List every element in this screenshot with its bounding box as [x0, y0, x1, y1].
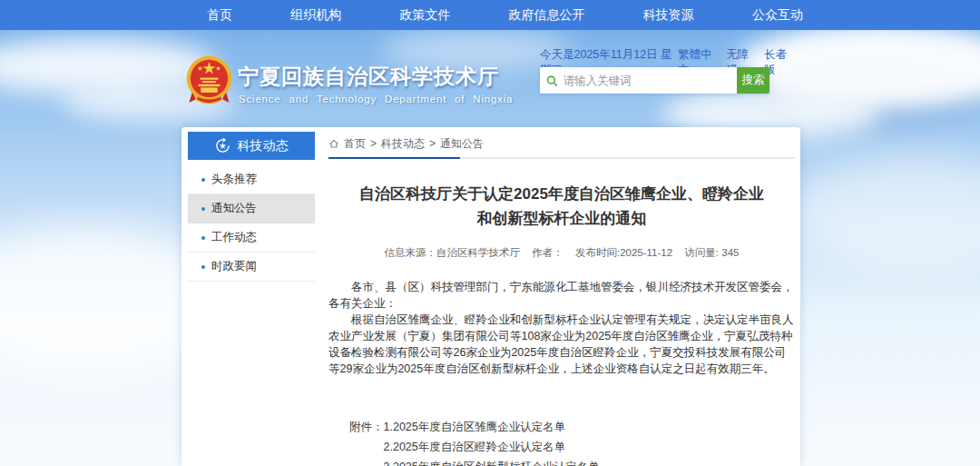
- breadcrumb-home[interactable]: 首页: [344, 136, 366, 152]
- nav-item-policy-documents[interactable]: 政策文件: [399, 7, 450, 24]
- nav-item-public-interaction[interactable]: 公众互动: [752, 7, 803, 24]
- search-button[interactable]: 搜索: [737, 67, 769, 94]
- cloud-decoration: [789, 154, 980, 273]
- meta-view-count: 访问量: 345: [684, 247, 739, 258]
- attachments-label: 附件：: [349, 417, 384, 466]
- national-emblem-icon: [184, 53, 234, 111]
- top-navigation-bar: 首页 组织机构 政策文件 政府信息公开 科技资源 公众互动: [0, 0, 980, 30]
- article-column: 首页 > 科技动态 > 通知公告 自治区科技厅关于认定2025年度自治区雏鹰企业…: [328, 133, 795, 466]
- nav-item-gov-info-disclosure[interactable]: 政府信息公开: [509, 7, 585, 24]
- sidebar-item-current-politics[interactable]: 时政要闻: [188, 253, 315, 282]
- sidebar-item-notices[interactable]: 通知公告: [188, 194, 315, 223]
- breadcrumb-separator: >: [429, 137, 436, 150]
- breadcrumb-divider: [328, 157, 795, 159]
- attachment-link-eagle-list[interactable]: 1.2025年度自治区雏鹰企业认定名单: [384, 417, 600, 437]
- bullet-dot-icon: [201, 178, 205, 182]
- sidebar-item-label: 时政要闻: [211, 259, 257, 274]
- search-bar: 搜索: [540, 67, 769, 94]
- article-paragraph: 各市、县（区）科技管理部门，宁东能源化工基地管委会，银川经济技术开发区管委会，各…: [328, 279, 795, 312]
- nav-item-home[interactable]: 首页: [207, 7, 232, 24]
- sidebar-title: 科技动态: [238, 138, 289, 154]
- search-input[interactable]: [564, 74, 730, 87]
- sidebar-item-label: 工作动态: [211, 230, 257, 245]
- nav-item-tech-resources[interactable]: 科技资源: [643, 7, 694, 24]
- sidebar-header: 科技动态: [188, 132, 315, 160]
- attachments-block: 附件： 1.2025年度自治区雏鹰企业认定名单 2.2025年度自治区瞪羚企业认…: [349, 417, 795, 466]
- bullet-dot-icon: [201, 207, 205, 211]
- sidebar-item-work-dynamics[interactable]: 工作动态: [188, 223, 315, 253]
- breadcrumb-separator: >: [370, 137, 377, 150]
- sidebar-item-label: 通知公告: [211, 201, 257, 216]
- meta-publish-date: 发布时间:2025-11-12: [575, 247, 672, 258]
- bullet-dot-icon: [201, 265, 205, 269]
- meta-source: 信息来源：自治区科学技术厅: [385, 247, 521, 258]
- site-title: 宁夏回族自治区科学技术厅: [238, 63, 499, 91]
- content-panel: 科技动态 头条推荐 通知公告 工作动态 时政要闻: [181, 127, 800, 466]
- article-paragraph: 根据自治区雏鹰企业、瞪羚企业和创新型标杆企业认定管理有关规定，决定认定半亩良人农…: [328, 312, 795, 377]
- sidebar-item-label: 头条推荐: [211, 172, 257, 187]
- article-title: 自治区科技厅关于认定2025年度自治区雏鹰企业、瞪羚企业 和创新型标杆企业的通知: [328, 182, 795, 231]
- breadcrumb: 首页 > 科技动态 > 通知公告: [328, 133, 795, 154]
- sidebar-item-headline-recommend[interactable]: 头条推荐: [188, 165, 315, 194]
- site-subtitle: Science and Technology Department of Nin…: [239, 94, 513, 104]
- article-meta: 信息来源：自治区科学技术厅 作者： 发布时间:2025-11-12 访问量: 3…: [328, 246, 795, 260]
- meta-author: 作者：: [532, 247, 564, 258]
- nav-item-organization[interactable]: 组织机构: [290, 7, 341, 24]
- sidebar-menu: 头条推荐 通知公告 工作动态 时政要闻: [188, 160, 315, 282]
- attachment-link-benchmark-list[interactable]: 3.2025年度自治区创新型标杆企业认定名单: [384, 457, 600, 466]
- attachment-link-gazelle-list[interactable]: 2.2025年度自治区瞪羚企业认定名单: [384, 437, 600, 457]
- home-icon: [328, 138, 339, 149]
- sidebar: 科技动态 头条推荐 通知公告 工作动态 时政要闻: [188, 132, 315, 282]
- bullet-dot-icon: [201, 236, 205, 240]
- breadcrumb-tech-news[interactable]: 科技动态: [381, 136, 425, 152]
- article-body: 各市、县（区）科技管理部门，宁东能源化工基地管委会，银川经济技术开发区管委会，各…: [328, 279, 795, 377]
- breadcrumb-notices[interactable]: 通知公告: [440, 136, 484, 152]
- site-logo[interactable]: [184, 53, 234, 111]
- tech-news-star-icon: [215, 138, 230, 154]
- search-icon: [546, 74, 558, 87]
